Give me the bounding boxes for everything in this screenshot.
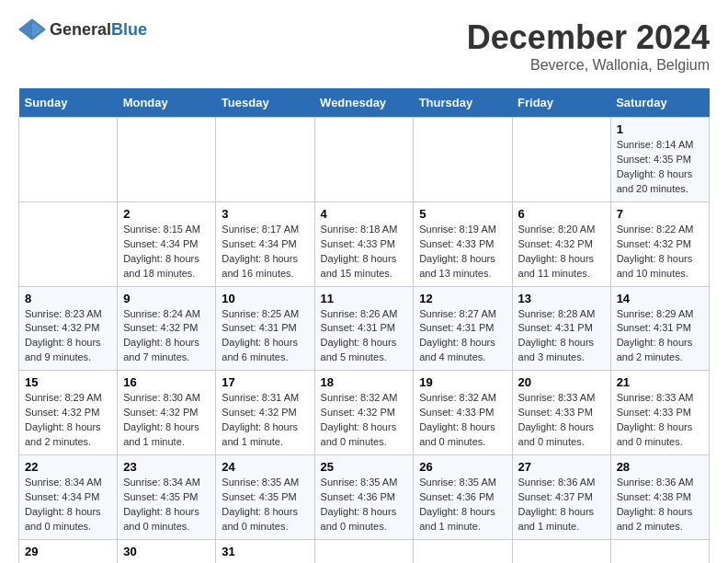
calendar-cell: 17Sunrise: 8:31 AMSunset: 4:32 PMDayligh… (216, 371, 314, 455)
title-area: December 2024 Beverce, Wallonia, Belgium (467, 18, 710, 74)
calendar-cell-empty (118, 118, 216, 202)
day-number: 24 (222, 460, 308, 474)
day-number: 17 (222, 375, 308, 389)
calendar-day-header: Thursday (414, 88, 512, 118)
day-detail: Sunrise: 8:31 AMSunset: 4:32 PMDaylight:… (222, 392, 299, 447)
day-number: 12 (419, 292, 506, 305)
calendar-cell: 30Sunrise: 8:36 AMSunset: 4:40 PMDayligh… (118, 539, 216, 563)
day-detail: Sunrise: 8:29 AMSunset: 4:32 PMDaylight:… (25, 392, 102, 447)
day-detail: Sunrise: 8:32 AMSunset: 4:33 PMDaylight:… (419, 392, 496, 447)
calendar-cell: 29Sunrise: 8:36 AMSunset: 4:39 PMDayligh… (19, 539, 118, 563)
calendar-cell: 5Sunrise: 8:19 AMSunset: 4:33 PMDaylight… (414, 201, 512, 286)
day-detail: Sunrise: 8:26 AMSunset: 4:31 PMDaylight:… (321, 308, 398, 363)
logo-blue: Blue (111, 20, 147, 39)
calendar-cell-empty (414, 539, 512, 563)
calendar-cell: 19Sunrise: 8:32 AMSunset: 4:33 PMDayligh… (414, 371, 512, 455)
calendar-week-row: 22Sunrise: 8:34 AMSunset: 4:34 PMDayligh… (19, 455, 710, 540)
day-number: 19 (419, 375, 506, 389)
day-number: 10 (222, 292, 308, 305)
day-detail: Sunrise: 8:17 AMSunset: 4:34 PMDaylight:… (222, 224, 299, 279)
calendar-cell: 3Sunrise: 8:17 AMSunset: 4:34 PMDaylight… (216, 201, 314, 286)
calendar-cell: 26Sunrise: 8:35 AMSunset: 4:36 PMDayligh… (414, 455, 512, 540)
day-number: 28 (617, 460, 703, 474)
calendar-week-row: 29Sunrise: 8:36 AMSunset: 4:39 PMDayligh… (19, 539, 710, 563)
month-title: December 2024 (467, 18, 710, 57)
day-detail: Sunrise: 8:36 AMSunset: 4:38 PMDaylight:… (617, 477, 694, 532)
day-detail: Sunrise: 8:35 AMSunset: 4:36 PMDaylight:… (419, 477, 496, 532)
day-number: 22 (25, 460, 111, 474)
day-detail: Sunrise: 8:32 AMSunset: 4:32 PMDaylight:… (321, 392, 398, 447)
day-number: 11 (321, 292, 408, 305)
calendar-cell-empty (512, 539, 610, 563)
day-detail: Sunrise: 8:35 AMSunset: 4:35 PMDaylight:… (222, 477, 299, 532)
calendar-day-header: Sunday (19, 88, 118, 118)
calendar-body: 1Sunrise: 8:14 AMSunset: 4:35 PMDaylight… (19, 118, 710, 564)
day-detail: Sunrise: 8:36 AMSunset: 4:37 PMDaylight:… (518, 477, 596, 532)
calendar-cell-empty (610, 539, 709, 563)
day-detail: Sunrise: 8:15 AMSunset: 4:34 PMDaylight:… (123, 224, 200, 279)
calendar-cell: 11Sunrise: 8:26 AMSunset: 4:31 PMDayligh… (314, 286, 414, 371)
day-detail: Sunrise: 8:29 AMSunset: 4:31 PMDaylight:… (617, 308, 694, 363)
day-number: 1 (617, 122, 703, 136)
calendar-cell-empty (512, 118, 610, 202)
calendar-cell: 20Sunrise: 8:33 AMSunset: 4:33 PMDayligh… (512, 371, 610, 455)
day-number: 14 (617, 292, 703, 305)
calendar-cell: 14Sunrise: 8:29 AMSunset: 4:31 PMDayligh… (610, 286, 709, 371)
day-number: 26 (419, 460, 506, 474)
day-number: 13 (518, 292, 605, 305)
day-number: 18 (321, 375, 408, 389)
calendar-cell-empty (314, 118, 414, 202)
day-detail: Sunrise: 8:27 AMSunset: 4:31 PMDaylight:… (419, 308, 496, 363)
day-number: 9 (123, 292, 210, 305)
calendar-cell: 16Sunrise: 8:30 AMSunset: 4:32 PMDayligh… (118, 371, 216, 455)
day-number: 8 (25, 292, 111, 305)
calendar-cell: 31Sunrise: 8:36 AMSunset: 4:41 PMDayligh… (216, 539, 314, 563)
day-detail: Sunrise: 8:25 AMSunset: 4:31 PMDaylight:… (222, 308, 299, 363)
calendar-cell: 23Sunrise: 8:34 AMSunset: 4:35 PMDayligh… (118, 455, 216, 540)
logo: GeneralBlue (18, 18, 147, 40)
day-detail: Sunrise: 8:34 AMSunset: 4:34 PMDaylight:… (25, 477, 102, 532)
logo-icon (18, 18, 46, 40)
day-detail: Sunrise: 8:20 AMSunset: 4:32 PMDaylight:… (518, 224, 596, 279)
calendar-cell: 22Sunrise: 8:34 AMSunset: 4:34 PMDayligh… (19, 455, 118, 540)
calendar-header-row: SundayMondayTuesdayWednesdayThursdayFrid… (19, 88, 710, 118)
day-number: 25 (321, 460, 408, 474)
calendar-cell: 9Sunrise: 8:24 AMSunset: 4:32 PMDaylight… (118, 286, 216, 371)
day-detail: Sunrise: 8:34 AMSunset: 4:35 PMDaylight:… (123, 477, 200, 532)
calendar-cell: 27Sunrise: 8:36 AMSunset: 4:37 PMDayligh… (512, 455, 610, 540)
calendar-cell-empty (19, 118, 118, 202)
calendar-cell: 24Sunrise: 8:35 AMSunset: 4:35 PMDayligh… (216, 455, 314, 540)
calendar-cell: 4Sunrise: 8:18 AMSunset: 4:33 PMDaylight… (314, 201, 414, 286)
calendar-day-header: Monday (118, 88, 216, 118)
calendar-cell: 8Sunrise: 8:23 AMSunset: 4:32 PMDaylight… (19, 286, 118, 371)
calendar-cell: 15Sunrise: 8:29 AMSunset: 4:32 PMDayligh… (19, 371, 118, 455)
calendar-week-row: 15Sunrise: 8:29 AMSunset: 4:32 PMDayligh… (19, 371, 710, 455)
day-number: 4 (321, 207, 408, 221)
day-number: 20 (518, 375, 605, 389)
day-number: 27 (518, 460, 605, 474)
day-detail: Sunrise: 8:19 AMSunset: 4:33 PMDaylight:… (419, 224, 496, 279)
day-number: 6 (518, 207, 605, 221)
calendar-cell-empty (414, 118, 512, 202)
calendar-cell: 7Sunrise: 8:22 AMSunset: 4:32 PMDaylight… (610, 201, 709, 286)
day-detail: Sunrise: 8:22 AMSunset: 4:32 PMDaylight:… (617, 224, 694, 279)
calendar-cell-empty (314, 539, 414, 563)
day-number: 31 (222, 545, 308, 558)
calendar-day-header: Saturday (610, 88, 709, 118)
day-detail: Sunrise: 8:18 AMSunset: 4:33 PMDaylight:… (321, 224, 398, 279)
day-number: 30 (123, 545, 210, 558)
day-number: 23 (123, 460, 210, 474)
day-detail: Sunrise: 8:23 AMSunset: 4:32 PMDaylight:… (25, 308, 102, 363)
calendar-day-header: Wednesday (314, 88, 414, 118)
day-detail: Sunrise: 8:35 AMSunset: 4:36 PMDaylight:… (321, 477, 398, 532)
calendar-week-row: 2Sunrise: 8:15 AMSunset: 4:34 PMDaylight… (19, 201, 710, 286)
calendar-cell: 18Sunrise: 8:32 AMSunset: 4:32 PMDayligh… (314, 371, 414, 455)
calendar-cell: 2Sunrise: 8:15 AMSunset: 4:34 PMDaylight… (118, 201, 216, 286)
day-number: 7 (617, 207, 703, 221)
calendar-cell: 21Sunrise: 8:33 AMSunset: 4:33 PMDayligh… (610, 371, 709, 455)
day-number: 5 (419, 207, 506, 221)
calendar-cell: 13Sunrise: 8:28 AMSunset: 4:31 PMDayligh… (512, 286, 610, 371)
calendar-day-header: Friday (512, 88, 610, 118)
logo-general: General (50, 20, 111, 39)
day-number: 15 (25, 375, 111, 389)
